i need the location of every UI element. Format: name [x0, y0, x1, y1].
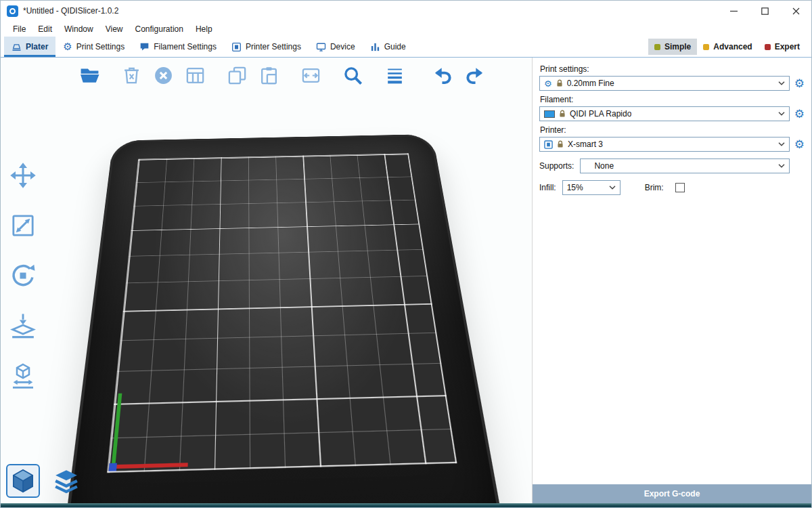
- undo-button[interactable]: [430, 62, 455, 88]
- menu-view[interactable]: View: [99, 23, 129, 35]
- view-toolbar: [6, 464, 83, 498]
- filament-icon: [139, 42, 150, 52]
- menu-window[interactable]: Window: [58, 23, 99, 35]
- bed-plate-grid: [107, 153, 457, 473]
- open-button[interactable]: [76, 62, 102, 88]
- tab-label: Filament Settings: [154, 42, 217, 51]
- redo-arrow-icon: [464, 65, 485, 86]
- paste-icon: [258, 65, 279, 86]
- maximize-button[interactable]: [749, 1, 780, 21]
- printer-gear-button[interactable]: ⚙: [794, 139, 805, 150]
- chevron-down-icon: [778, 112, 785, 116]
- variable-layer-height-button[interactable]: [382, 62, 407, 88]
- redo-button[interactable]: [461, 62, 487, 88]
- place-on-face-icon: [9, 312, 37, 339]
- delete-button[interactable]: [118, 62, 144, 88]
- infill-label: Infill:: [539, 183, 556, 192]
- tab-label: Guide: [384, 42, 406, 51]
- printer-combo[interactable]: X-smart 3: [539, 137, 790, 152]
- sliced-layers-icon: [53, 467, 80, 494]
- filament-label: Filament:: [540, 95, 805, 104]
- chevron-down-icon: [778, 164, 785, 168]
- mode-advanced[interactable]: Advanced: [697, 39, 758, 55]
- measure-tool-button[interactable]: [7, 361, 39, 391]
- copy-button[interactable]: [224, 62, 250, 88]
- infill-combo[interactable]: 15%: [562, 180, 621, 195]
- axis-origin-indicator: [108, 463, 116, 471]
- menu-file[interactable]: File: [7, 23, 32, 35]
- open-folder-icon: [79, 65, 100, 86]
- tab-label: Printer Settings: [246, 42, 301, 51]
- expert-mode-dot-icon: [765, 44, 771, 50]
- measure-icon: [9, 362, 37, 389]
- printer-icon: [544, 140, 553, 149]
- print-settings-combo[interactable]: ⚙ 0.20mm Fine: [539, 76, 790, 91]
- mode-label: Expert: [775, 42, 800, 51]
- preview-view-button[interactable]: [49, 464, 83, 498]
- filament-combo[interactable]: QIDI PLA Rapido: [539, 106, 790, 121]
- gear-icon: ⚙: [544, 79, 552, 88]
- advanced-mode-dot-icon: [703, 44, 709, 50]
- minimize-button[interactable]: [718, 1, 749, 21]
- circle-x-icon: [153, 65, 174, 86]
- axis-x-indicator: [111, 463, 188, 469]
- supports-label: Supports:: [539, 161, 574, 171]
- lock-icon: [559, 110, 566, 118]
- viewport-bottom-gradient: [1, 503, 811, 507]
- layer-height-icon: [384, 65, 405, 86]
- print-settings-gear-button[interactable]: ⚙: [794, 78, 805, 89]
- paste-button[interactable]: [256, 62, 281, 88]
- minimize-icon: [730, 7, 738, 15]
- printer-value: X-smart 3: [568, 140, 603, 149]
- device-icon: [316, 42, 326, 52]
- tab-print-settings[interactable]: ⚙ Print Settings: [55, 37, 132, 57]
- supports-value: None: [594, 161, 614, 171]
- tab-label: Device: [330, 42, 355, 51]
- copy-icon: [227, 65, 248, 86]
- filament-color-swatch: [544, 110, 555, 118]
- search-button[interactable]: [340, 62, 365, 88]
- brim-checkbox[interactable]: [675, 183, 685, 192]
- mode-simple[interactable]: Simple: [648, 39, 697, 55]
- rotate-tool-button[interactable]: [7, 261, 39, 291]
- menu-help[interactable]: Help: [189, 23, 219, 35]
- menu-configuration[interactable]: Configuration: [129, 23, 189, 35]
- tab-label: Print Settings: [76, 42, 125, 51]
- lock-icon: [557, 140, 564, 148]
- mode-label: Simple: [664, 42, 691, 51]
- window-title: *Untitled - QIDISlicer-1.0.2: [23, 6, 118, 16]
- arrange-button[interactable]: [182, 62, 208, 88]
- 3d-editor-view-button[interactable]: [6, 464, 40, 498]
- split-objects-button[interactable]: [298, 62, 323, 88]
- tab-plater[interactable]: Plater: [4, 37, 55, 57]
- supports-combo[interactable]: None: [580, 158, 790, 173]
- guide-icon: [370, 42, 380, 52]
- tab-printer-settings[interactable]: Printer Settings: [224, 37, 309, 57]
- tab-guide[interactable]: Guide: [363, 37, 413, 57]
- delete-all-button[interactable]: [150, 62, 176, 88]
- filament-gear-button[interactable]: ⚙: [794, 108, 805, 120]
- mode-expert[interactable]: Expert: [759, 39, 806, 55]
- export-gcode-button[interactable]: Export G-code: [533, 484, 811, 503]
- gear-icon: ⚙: [63, 41, 72, 53]
- move-tool-button[interactable]: [7, 161, 39, 190]
- tab-device[interactable]: Device: [309, 37, 363, 57]
- plater-icon: [12, 42, 22, 52]
- rotate-icon: [9, 262, 37, 289]
- search-icon: [342, 65, 363, 86]
- place-on-face-tool-button[interactable]: [7, 311, 39, 341]
- close-button[interactable]: [780, 1, 811, 21]
- print-settings-value: 0.20mm Fine: [567, 79, 614, 88]
- scale-tool-button[interactable]: [7, 211, 39, 240]
- lock-icon: [556, 79, 563, 87]
- brim-label: Brim:: [645, 183, 664, 192]
- tab-filament-settings[interactable]: Filament Settings: [132, 37, 224, 57]
- print-bed: [68, 125, 488, 503]
- mode-selector: Simple Advanced Expert: [648, 37, 811, 57]
- plater-3d-viewport[interactable]: [1, 58, 532, 503]
- infill-value: 15%: [567, 183, 583, 192]
- arrange-grid-icon: [185, 65, 206, 86]
- undo-arrow-icon: [432, 65, 453, 86]
- app-logo-icon: [7, 5, 18, 17]
- menu-edit[interactable]: Edit: [32, 23, 58, 35]
